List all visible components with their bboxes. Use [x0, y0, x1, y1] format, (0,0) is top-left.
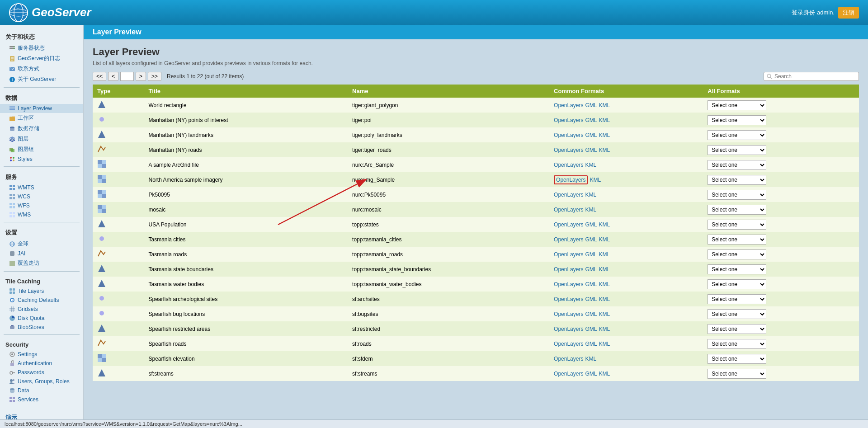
- format-link-kml[interactable]: KML: [599, 296, 610, 302]
- format-link-kml[interactable]: KML: [599, 102, 610, 108]
- sidebar-item-log[interactable]: GeoServer的日志: [0, 53, 83, 64]
- sidebar-item-server-status[interactable]: 服务器状态: [0, 43, 83, 53]
- sidebar-item-workspace[interactable]: 工作区: [0, 113, 83, 123]
- format-link-kml[interactable]: KML: [599, 132, 610, 138]
- sidebar-item-datastore[interactable]: 数据存储: [0, 123, 83, 134]
- all-formats-select[interactable]: Select one: [708, 220, 766, 230]
- all-formats-select[interactable]: Select one: [708, 175, 766, 185]
- format-link-kml[interactable]: KML: [585, 192, 596, 198]
- sidebar-item-users[interactable]: Users, Groups, Roles: [0, 377, 83, 386]
- sidebar-item-caching-defaults[interactable]: Caching Defaults: [0, 296, 83, 305]
- format-link-openlayers[interactable]: OpenLayers: [554, 371, 583, 377]
- all-formats-select[interactable]: Select one: [708, 235, 766, 245]
- sidebar-item-styles[interactable]: Styles: [0, 155, 83, 164]
- sidebar-item-global[interactable]: 全球: [0, 239, 83, 249]
- format-link-gml[interactable]: GML: [585, 147, 597, 153]
- format-link-openlayers[interactable]: OpenLayers: [554, 341, 583, 347]
- format-link-gml[interactable]: GML: [585, 341, 597, 347]
- sidebar-item-layergroup[interactable]: 图层组: [0, 144, 83, 155]
- sidebar-item-wcs[interactable]: WCS: [0, 192, 83, 201]
- sidebar-item-sec-data[interactable]: Data: [0, 386, 83, 395]
- sidebar-item-coverage[interactable]: 覆盖走访: [0, 258, 83, 268]
- first-page-button[interactable]: <<: [93, 72, 106, 81]
- format-link-kml[interactable]: KML: [599, 311, 610, 317]
- sidebar-item-tilelayers[interactable]: Tile Layers: [0, 287, 83, 296]
- format-link-gml[interactable]: GML: [585, 371, 597, 377]
- all-formats-select[interactable]: Select one: [708, 145, 766, 155]
- page-number-input[interactable]: 1: [120, 72, 134, 81]
- sidebar-item-about[interactable]: i 关于 GeoServer: [0, 74, 83, 85]
- format-link-openlayers[interactable]: OpenLayers: [554, 102, 583, 108]
- format-link-kml[interactable]: KML: [599, 371, 610, 377]
- all-formats-select[interactable]: Select one: [708, 249, 766, 259]
- format-link-openlayers[interactable]: OpenLayers: [554, 236, 583, 243]
- format-link-openlayers[interactable]: OpenLayers: [554, 221, 583, 228]
- format-link-kml[interactable]: KML: [599, 236, 610, 243]
- format-link-kml[interactable]: KML: [599, 341, 610, 347]
- search-input[interactable]: [774, 73, 856, 80]
- format-link-gml[interactable]: GML: [585, 236, 597, 243]
- all-formats-select[interactable]: Select one: [708, 205, 766, 215]
- format-link-kml[interactable]: KML: [590, 177, 601, 183]
- sidebar-item-sec-settings[interactable]: Settings: [0, 350, 83, 359]
- format-link-gml[interactable]: GML: [585, 132, 597, 138]
- sidebar-item-layer-preview[interactable]: Layer Preview: [0, 104, 83, 113]
- format-link-openlayers[interactable]: OpenLayers: [554, 162, 583, 168]
- sidebar-item-wfs[interactable]: WFS: [0, 201, 83, 210]
- all-formats-select[interactable]: Select one: [708, 294, 766, 304]
- all-formats-select[interactable]: Select one: [708, 264, 766, 274]
- prev-page-button[interactable]: <: [108, 72, 118, 81]
- format-link-kml[interactable]: KML: [599, 117, 610, 123]
- format-link-gml[interactable]: GML: [585, 266, 597, 273]
- sidebar-item-layers[interactable]: 图层: [0, 134, 83, 144]
- all-formats-select[interactable]: Select one: [708, 100, 766, 110]
- format-link-openlayers[interactable]: OpenLayers: [554, 147, 583, 153]
- logout-button[interactable]: 注销: [838, 7, 859, 19]
- format-link-kml[interactable]: KML: [585, 356, 596, 362]
- format-link-openlayers[interactable]: OpenLayers: [554, 296, 583, 302]
- format-link-openlayers[interactable]: OpenLayers: [554, 251, 583, 258]
- format-link-openlayers[interactable]: OpenLayers: [554, 326, 583, 332]
- sidebar-item-contact[interactable]: 联系方式: [0, 64, 83, 74]
- all-formats-select[interactable]: Select one: [708, 160, 766, 170]
- all-formats-select[interactable]: Select one: [708, 324, 766, 334]
- sidebar-item-jai[interactable]: JAI: [0, 249, 83, 258]
- format-link-kml[interactable]: KML: [599, 281, 610, 287]
- format-link-openlayers[interactable]: OpenLayers: [554, 132, 583, 138]
- sidebar-item-gridsets[interactable]: Gridsets: [0, 305, 83, 314]
- format-link-gml[interactable]: GML: [585, 251, 597, 258]
- format-link-gml[interactable]: GML: [585, 221, 597, 228]
- format-link-gml[interactable]: GML: [585, 296, 597, 302]
- format-link-kml[interactable]: KML: [599, 251, 610, 258]
- format-link-openlayers[interactable]: OpenLayers: [554, 281, 583, 287]
- all-formats-select[interactable]: Select one: [708, 309, 766, 319]
- format-link-kml[interactable]: KML: [599, 147, 610, 153]
- format-link-openlayers[interactable]: OpenLayers: [554, 356, 583, 362]
- format-link-kml[interactable]: KML: [599, 221, 610, 228]
- next-page-button[interactable]: >: [136, 72, 146, 81]
- format-link-gml[interactable]: GML: [585, 311, 597, 317]
- format-link-kml[interactable]: KML: [599, 326, 610, 332]
- sidebar-item-sec-services[interactable]: Services: [0, 395, 83, 404]
- format-link-openlayers[interactable]: OpenLayers: [554, 117, 583, 123]
- format-link-kml[interactable]: KML: [599, 266, 610, 273]
- format-link-kml[interactable]: KML: [585, 162, 596, 168]
- format-link-openlayers[interactable]: OpenLayers: [554, 311, 583, 317]
- all-formats-select[interactable]: Select one: [708, 279, 766, 289]
- all-formats-select[interactable]: Select one: [708, 339, 766, 349]
- sidebar-item-wms[interactable]: WMS: [0, 210, 83, 219]
- sidebar-item-auth[interactable]: Authentication: [0, 359, 83, 368]
- sidebar-item-diskquota[interactable]: Disk Quota: [0, 314, 83, 323]
- format-link-kml[interactable]: KML: [585, 207, 596, 213]
- format-link-gml[interactable]: GML: [585, 326, 597, 332]
- format-link-openlayers[interactable]: OpenLayers: [554, 207, 583, 213]
- format-link-gml[interactable]: GML: [585, 102, 597, 108]
- format-link-openlayers[interactable]: OpenLayers: [554, 192, 583, 198]
- sidebar-item-blobstores[interactable]: BlobStores: [0, 323, 83, 332]
- sidebar-item-wmts[interactable]: WMTS: [0, 183, 83, 192]
- all-formats-select[interactable]: Select one: [708, 115, 766, 125]
- sidebar-item-passwords[interactable]: Passwords: [0, 368, 83, 377]
- all-formats-select[interactable]: Select one: [708, 354, 766, 364]
- format-link-gml[interactable]: GML: [585, 281, 597, 287]
- format-link-openlayers[interactable]: OpenLayers: [554, 266, 583, 273]
